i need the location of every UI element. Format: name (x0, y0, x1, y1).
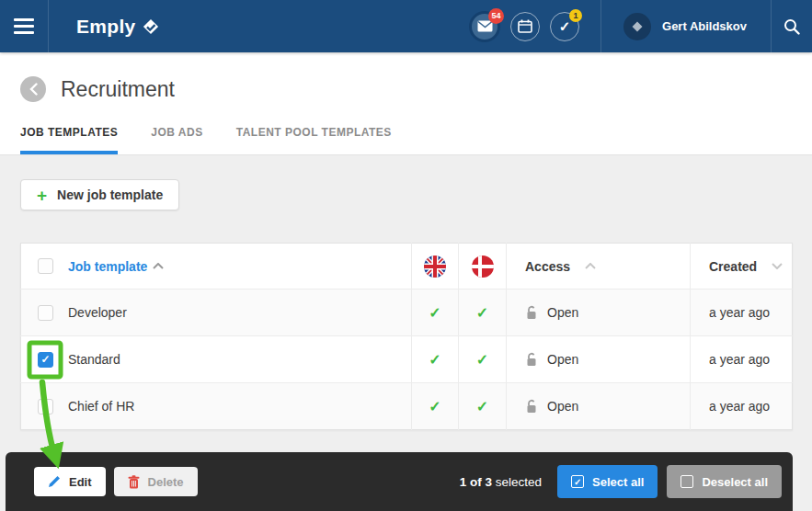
new-job-template-label: New job template (57, 187, 163, 202)
page-header: Recruitment JOB TEMPLATES JOB ADS TALENT… (0, 52, 812, 155)
row-checkbox[interactable] (38, 399, 53, 414)
tasks-button[interactable]: ✓ 1 (550, 12, 579, 41)
check-icon: ✓ (459, 304, 506, 322)
created-value: a year ago (691, 352, 792, 367)
deselect-all-button[interactable]: Deselect all (667, 465, 782, 498)
table-header-row: Job template (21, 244, 793, 290)
selection-count-number: 1 of 3 (460, 475, 492, 489)
selection-action-bar: Edit Delete 1 of 3 selected ✓ Select all (6, 452, 793, 511)
navbar-icon-group: 54 ✓ 1 (469, 11, 579, 42)
calendar-icon (518, 19, 532, 33)
select-all-checkbox[interactable] (38, 258, 53, 274)
user-avatar (623, 13, 651, 40)
check-icon: ✓ (412, 304, 458, 322)
open-lock-icon (525, 352, 538, 367)
job-templates-table: Job template (20, 243, 793, 430)
edit-button[interactable]: Edit (34, 467, 106, 496)
created-value: a year ago (691, 399, 792, 414)
brand-logo[interactable]: Emply (76, 16, 159, 38)
avatar-diamond-icon (632, 21, 643, 32)
sort-desc-icon (772, 263, 783, 269)
deselect-all-label: Deselect all (702, 475, 768, 489)
sort-asc-icon (585, 263, 596, 269)
select-all-button[interactable]: ✓ Select all (557, 465, 658, 498)
emply-diamond-icon (143, 18, 159, 35)
job-template-name: Standard (68, 352, 120, 367)
chevron-left-icon (29, 83, 39, 96)
top-navbar: Emply 54 (0, 0, 812, 52)
new-job-template-button[interactable]: + New job template (20, 179, 179, 210)
delete-button[interactable]: Delete (114, 467, 198, 496)
tab-bar: JOB TEMPLATES JOB ADS TALENT POOL TEMPLA… (20, 126, 392, 154)
denmark-flag-icon[interactable] (459, 255, 506, 278)
tab-job-ads[interactable]: JOB ADS (151, 126, 202, 154)
check-icon: ✓ (412, 351, 458, 369)
pencil-icon (48, 475, 61, 488)
table-row-chief-of-hr[interactable]: Chief of HR ✓ ✓ Open a year ago (21, 383, 793, 430)
delete-label: Delete (148, 475, 184, 489)
tab-talent-pool-templates[interactable]: TALENT POOL TEMPLATES (236, 126, 392, 154)
recruitment-page: Emply 54 (0, 0, 812, 511)
row-checkbox[interactable] (38, 305, 53, 321)
trash-icon (128, 475, 140, 489)
job-template-name: Chief of HR (68, 399, 134, 414)
sort-asc-icon (153, 263, 164, 269)
open-lock-icon (525, 305, 538, 320)
page-title: Recruitment (61, 77, 175, 102)
access-value: Open (547, 305, 578, 320)
user-menu[interactable]: Gert Abildskov (600, 0, 771, 52)
table-row-standard[interactable]: ✓ Standard ✓ ✓ Open (21, 336, 793, 383)
plus-icon: + (37, 187, 47, 204)
search-icon (783, 18, 800, 35)
checkmark-icon: ✓ (559, 18, 571, 35)
hamburger-menu-icon[interactable] (0, 0, 49, 52)
tab-job-templates[interactable]: JOB TEMPLATES (20, 126, 118, 154)
open-lock-icon (525, 399, 538, 414)
uk-flag-icon[interactable] (412, 255, 458, 278)
check-icon: ✓ (412, 398, 458, 415)
empty-checkbox-icon (680, 475, 693, 488)
access-value: Open (547, 399, 578, 414)
selection-count-suffix: selected (492, 475, 542, 489)
access-value: Open (547, 352, 578, 367)
tasks-badge: 1 (569, 9, 582, 22)
edit-label: Edit (69, 475, 92, 489)
user-name: Gert Abildskov (662, 19, 747, 33)
messages-badge: 54 (488, 8, 504, 24)
select-all-label: Select all (592, 475, 644, 489)
row-checkbox[interactable]: ✓ (38, 352, 53, 368)
selection-count: 1 of 3 selected (460, 475, 542, 489)
messages-button[interactable]: 54 (469, 11, 500, 42)
column-access[interactable]: Access (525, 259, 570, 274)
check-icon: ✓ (459, 351, 506, 369)
column-job-template[interactable]: Job template (68, 259, 147, 274)
checked-checkbox-icon: ✓ (571, 475, 584, 488)
check-icon: ✓ (459, 398, 506, 415)
calendar-button[interactable] (510, 12, 540, 41)
back-button[interactable] (20, 76, 46, 102)
table-row-developer[interactable]: Developer ✓ ✓ Open a year ago (21, 290, 793, 336)
brand-name: Emply (76, 16, 136, 38)
job-template-name: Developer (68, 305, 127, 320)
column-created[interactable]: Created (709, 259, 757, 274)
title-row: Recruitment (0, 52, 812, 102)
check-icon: ✓ (40, 354, 50, 365)
created-value: a year ago (691, 305, 792, 320)
search-button[interactable] (771, 0, 812, 52)
